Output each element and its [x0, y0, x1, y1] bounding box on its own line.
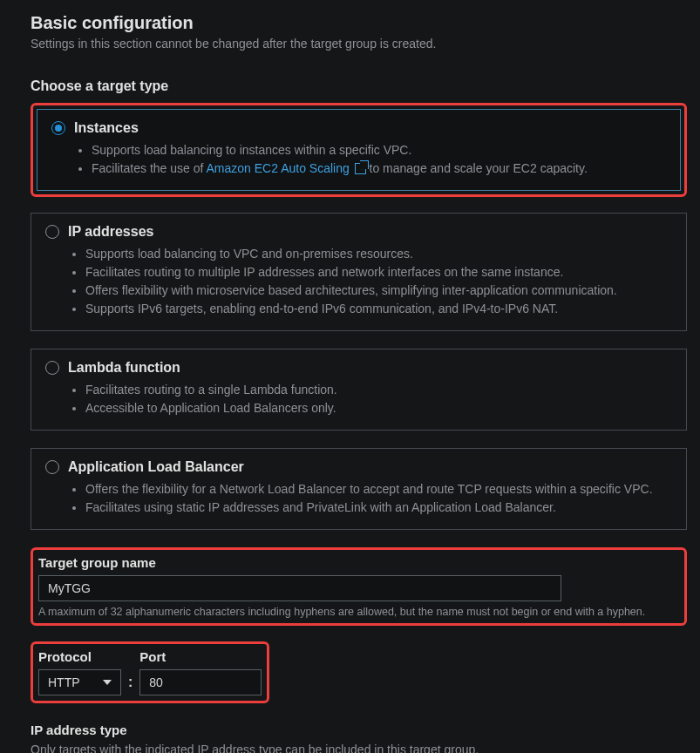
option-label: Instances — [74, 120, 139, 136]
option-bullets: Supports load balancing to VPC and on-pr… — [85, 245, 672, 318]
option-bullets: Supports load balancing to instances wit… — [92, 141, 666, 178]
target-type-option-ip[interactable]: IP addresses Supports load balancing to … — [31, 213, 687, 331]
protocol-port-separator: : — [128, 675, 133, 695]
name-label: Target group name — [38, 555, 679, 570]
ip-type-helper: Only targets with the indicated IP addre… — [31, 743, 687, 753]
protocol-label: Protocol — [38, 649, 121, 664]
target-type-heading: Choose a target type — [31, 78, 687, 94]
highlight-instances: Instances Supports load balancing to ins… — [31, 103, 687, 197]
chevron-down-icon — [103, 680, 112, 685]
port-label: Port — [139, 649, 262, 664]
target-group-name-input[interactable] — [38, 575, 561, 601]
name-helper: A maximum of 32 alphanumeric characters … — [38, 606, 679, 618]
target-type-option-alb[interactable]: Application Load Balancer Offers the fle… — [31, 448, 687, 530]
page-subtitle: Settings in this section cannot be chang… — [31, 37, 687, 51]
option-bullets: Facilitates routing to a single Lambda f… — [85, 381, 672, 417]
auto-scaling-link[interactable]: Amazon EC2 Auto Scaling — [207, 161, 370, 175]
radio-ip[interactable] — [45, 225, 59, 239]
target-type-option-lambda[interactable]: Lambda function Facilitates routing to a… — [31, 349, 687, 431]
page-title: Basic configuration — [31, 13, 687, 33]
protocol-value: HTTP — [48, 675, 80, 689]
port-input[interactable] — [139, 669, 262, 695]
option-label: IP addresses — [68, 224, 153, 240]
option-label: Application Load Balancer — [68, 459, 244, 475]
option-label: Lambda function — [68, 360, 180, 376]
external-link-icon — [355, 163, 366, 174]
ip-type-label: IP address type — [31, 722, 687, 737]
radio-instances[interactable] — [51, 121, 65, 135]
target-type-option-instances[interactable]: Instances Supports load balancing to ins… — [37, 109, 681, 191]
radio-alb[interactable] — [45, 460, 59, 474]
protocol-select[interactable]: HTTP — [38, 669, 121, 695]
highlight-protocol-port: Protocol HTTP : Port — [31, 641, 269, 703]
radio-lambda[interactable] — [45, 361, 59, 375]
highlight-name: Target group name A maximum of 32 alphan… — [31, 547, 687, 626]
option-bullets: Offers the flexibility for a Network Loa… — [85, 480, 672, 517]
